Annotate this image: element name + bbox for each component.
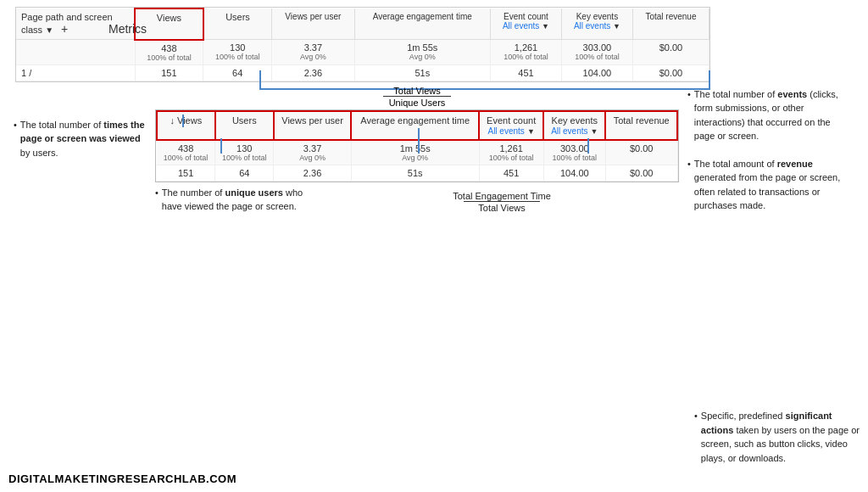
main-col-ke[interactable]: Key events All events ▼ — [543, 111, 605, 140]
total-ec-top: 1,261 100% of total — [491, 40, 562, 65]
main-total-tr: $0.00 — [605, 140, 677, 165]
main-total-vpu: 3.37 Avg 0% — [274, 140, 351, 165]
left-annotation: • The total number of times the page or … — [7, 84, 155, 220]
main-col-vpu[interactable]: Views per user — [274, 111, 351, 140]
total-vpu-top: 3.37 Avg 0% — [272, 40, 354, 65]
events-annotation: • The total number of events (clicks, fo… — [687, 87, 853, 143]
bottom-center-annotations: • The number of unique users who have vi… — [155, 186, 679, 217]
main-col-views[interactable]: ↓ Views — [157, 111, 215, 140]
metrics-label: Metrics — [108, 22, 147, 36]
total-aet-top: 1m 55s Avg 0% — [354, 40, 490, 65]
main-total-aet: 1m 55s Avg 0% — [351, 140, 479, 165]
col-ke-top[interactable]: Key events All events ▼ — [561, 8, 632, 40]
main-table: ↓ Views Users Views per user Average eng… — [155, 109, 679, 182]
watermark: DIGITALMAKETINGRESEARCHLAB.COM — [8, 472, 236, 485]
data-row-top: 1 / 151 64 2.36 51s 451 104.00 $0.00 — [16, 64, 709, 81]
main-data-table: ↓ Views Users Views per user Average eng… — [156, 110, 678, 182]
total-views-top: 438 100% of total — [135, 40, 203, 65]
col-tr-top[interactable]: Total revenue — [632, 8, 709, 40]
col-aet-top[interactable]: Average engagement time — [354, 8, 490, 40]
page-container: Page path and screen class ▼ + Views Use… — [0, 0, 868, 492]
total-row-top: 438 100% of total 130 100% of total 3.37… — [16, 40, 709, 65]
top-table-wrapper: Page path and screen class ▼ + Views Use… — [15, 7, 710, 82]
main-col-ec[interactable]: Event count All events ▼ — [479, 111, 543, 140]
center-content: Total Views Unique Users ↓ Views Users — [155, 84, 679, 220]
col-users-top[interactable]: Users — [203, 8, 272, 40]
main-total-ec: 1,261 100% of total — [479, 140, 543, 165]
right-annotation: • The total number of events (clicks, fo… — [679, 84, 861, 220]
bottom-unique-users: • The number of unique users who have vi… — [155, 186, 325, 217]
main-col-aet[interactable]: Average engagement time — [351, 111, 479, 140]
main-col-tr[interactable]: Total revenue — [605, 111, 677, 140]
main-total-users: 130 100% of total — [215, 140, 274, 165]
top-table: Page path and screen class ▼ + Views Use… — [16, 8, 709, 81]
main-total-ke: 303.00 100% of total — [543, 140, 605, 165]
main-col-users[interactable]: Users — [215, 111, 274, 140]
total-ke-top: 303.00 100% of total — [561, 40, 632, 65]
revenue-annotation: • The total amount of revenue generated … — [687, 157, 853, 213]
engagement-fraction: Total Engagement Time Total Views — [325, 186, 679, 217]
users-arrow — [220, 138, 222, 154]
fraction-label-top: Total Views Unique Users — [155, 86, 679, 108]
key-events-annotation: • Specific, predefined significant actio… — [686, 409, 868, 468]
total-tr-top: $0.00 — [632, 40, 709, 65]
col-vpu-top[interactable]: Views per user — [272, 8, 354, 40]
aet-arrow — [418, 128, 420, 154]
main-data-row: 151 64 2.36 51s 451 104.00 $0.00 — [157, 165, 677, 181]
ke-arrow — [587, 138, 589, 154]
left-bullet: • The total number of times the page or … — [14, 118, 148, 160]
total-users-top: 130 100% of total — [203, 40, 272, 65]
main-diagram: • The total number of times the page or … — [7, 84, 861, 220]
col-ec-top[interactable]: Event count All events ▼ — [491, 8, 562, 40]
main-total-row: 438 100% of total 130 100% of total 3.37… — [157, 140, 677, 165]
fraction-arrow — [182, 115, 184, 127]
main-total-views: 438 100% of total — [157, 140, 215, 165]
